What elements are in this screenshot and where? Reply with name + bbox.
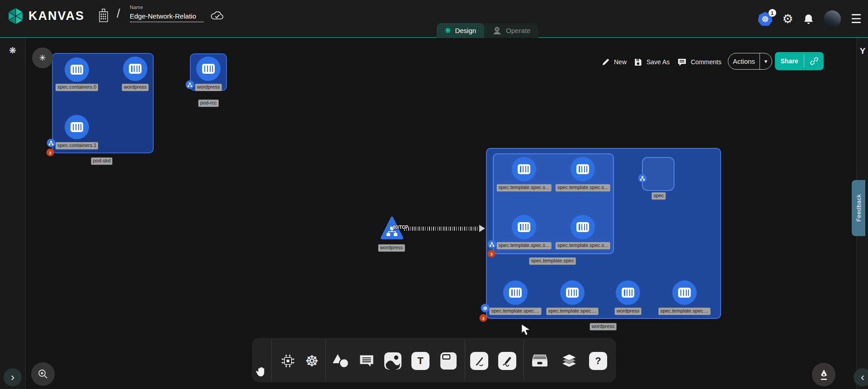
sitemap-badge-icon[interactable]: [47, 139, 56, 147]
share-button-label: Share: [775, 57, 804, 65]
container-node[interactable]: [571, 215, 595, 239]
breadcrumb-separator: /: [117, 6, 120, 21]
note-icon: [440, 352, 457, 370]
container-icon: [518, 164, 530, 174]
drawer-tool[interactable]: [531, 354, 549, 368]
comment-bubble-icon: [359, 354, 375, 368]
save-as-button[interactable]: Save As: [634, 55, 670, 69]
k8s-badge-icon[interactable]: ☸: [481, 304, 490, 313]
sitemap-badge-icon[interactable]: [638, 174, 647, 183]
error-badge[interactable]: 2: [47, 149, 54, 157]
container-node[interactable]: [503, 280, 528, 305]
container-node[interactable]: [571, 157, 595, 181]
help-icon: ?: [589, 352, 607, 370]
sitemap-badge-icon[interactable]: [186, 81, 194, 89]
container-node[interactable]: [123, 57, 147, 81]
container-node[interactable]: [616, 280, 640, 305]
user-avatar[interactable]: [824, 10, 841, 28]
zoom-search-button[interactable]: [31, 362, 55, 386]
pen-tool[interactable]: [470, 352, 488, 370]
brand[interactable]: KANVAS: [7, 7, 85, 25]
comment-icon: [677, 58, 687, 66]
container-node[interactable]: [512, 157, 536, 181]
container-node[interactable]: [560, 280, 585, 305]
node-label: wordpress: [378, 244, 405, 251]
meshery-spiral-icon[interactable]: ❋: [9, 45, 16, 56]
magnifier-plus-icon: [37, 368, 49, 380]
help-tool[interactable]: ?: [589, 352, 607, 370]
container-icon: [71, 122, 83, 132]
organization-icon[interactable]: [98, 8, 109, 23]
y-tool-icon[interactable]: Y: [860, 46, 866, 56]
toolbar-divider: [465, 340, 465, 380]
container-icon: [576, 222, 589, 232]
image-tool[interactable]: [384, 352, 401, 370]
copy-link-icon[interactable]: [804, 57, 824, 66]
group-handle-icon[interactable]: ✳: [32, 47, 53, 68]
node-label: spec.template.spec....: [490, 308, 542, 315]
drawer-icon: [531, 354, 549, 368]
container-node[interactable]: [65, 115, 89, 139]
chevron-down-icon[interactable]: ▾: [760, 58, 772, 65]
sitemap-badge-icon[interactable]: [488, 240, 496, 249]
mode-tabs: ❋ Design Operate: [437, 23, 538, 38]
service-edge[interactable]: [404, 227, 480, 231]
group-label: pod-rcc: [198, 100, 219, 107]
components-tool[interactable]: [280, 353, 296, 369]
pan-tool[interactable]: [256, 366, 267, 378]
k8s-context-count-badge: 1: [769, 9, 776, 17]
pencil-sketch-icon: [498, 352, 516, 370]
new-button[interactable]: New: [601, 55, 627, 69]
container-icon: [129, 64, 142, 74]
tab-operate[interactable]: Operate: [484, 23, 538, 38]
layers-tool[interactable]: [561, 353, 577, 369]
node-label: wordpress: [615, 308, 642, 315]
tab-design[interactable]: ❋ Design: [437, 23, 484, 38]
name-field-label: Name: [130, 5, 204, 10]
design-name-input[interactable]: [130, 11, 204, 22]
node-label: spec: [651, 192, 665, 199]
expand-right-panel-button[interactable]: ‹: [854, 368, 868, 386]
share-button[interactable]: Share: [775, 52, 824, 70]
actions-button-label: Actions: [728, 57, 760, 65]
comment-tool[interactable]: [359, 354, 375, 368]
group-label: spec.template.spec: [529, 257, 576, 265]
toolbar-divider: [271, 340, 272, 380]
toolbar-divider: [524, 340, 524, 380]
error-badge[interactable]: 3: [488, 250, 495, 258]
text-icon: T: [411, 352, 429, 370]
pen-nib-icon: [819, 369, 829, 381]
node-label: spec.template.spec....: [547, 308, 599, 315]
node-spec[interactable]: [642, 157, 675, 191]
pen-mode-button[interactable]: [812, 363, 835, 386]
k8s-context-switcher[interactable]: ☸ 1: [758, 12, 773, 26]
operate-astronaut-icon: [492, 26, 502, 35]
sketch-tool[interactable]: [498, 352, 516, 370]
shapes-tool[interactable]: [332, 353, 349, 369]
expand-left-panel-button[interactable]: ›: [4, 368, 22, 386]
settings-gear-icon[interactable]: ⚙: [783, 13, 793, 25]
feedback-tab[interactable]: Feedback: [852, 180, 865, 236]
text-tool[interactable]: T: [411, 352, 429, 370]
group-spec-template-spec[interactable]: [493, 153, 614, 254]
container-node[interactable]: [65, 57, 89, 82]
container-node[interactable]: [196, 57, 221, 81]
cloud-sync-icon[interactable]: [210, 10, 224, 21]
save-icon: [634, 58, 642, 66]
kubernetes-tool[interactable]: ☸: [305, 353, 319, 369]
node-label: wordpress: [122, 84, 149, 91]
container-node[interactable]: [512, 215, 536, 239]
actions-dropdown-button[interactable]: Actions ▾: [728, 53, 772, 70]
container-node[interactable]: [672, 280, 697, 305]
group-label: pod-skd: [91, 157, 112, 165]
design-canvas[interactable]: ✳ spec.containers.0 wordpress spec.conta…: [0, 0, 868, 389]
menu-hamburger-icon[interactable]: ☰: [851, 13, 862, 25]
mouse-cursor: [521, 324, 532, 336]
operate-tab-label: Operate: [506, 27, 530, 34]
layers-icon: [561, 353, 577, 369]
container-icon: [202, 64, 215, 74]
comments-button[interactable]: Comments: [677, 55, 722, 69]
note-tool[interactable]: [440, 352, 457, 370]
notifications-bell-icon[interactable]: [803, 14, 814, 25]
error-badge[interactable]: 3: [480, 314, 487, 322]
